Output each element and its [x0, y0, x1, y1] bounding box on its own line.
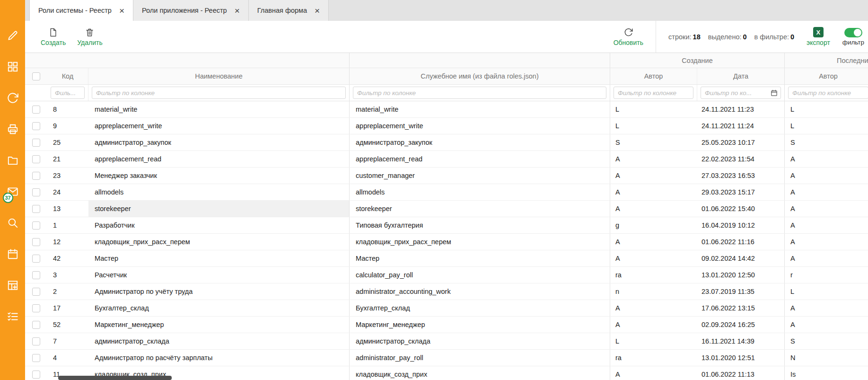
cell-created-date: 29.03.2023 15:17 [697, 184, 785, 200]
sync-icon[interactable] [7, 92, 19, 104]
modules-icon[interactable] [7, 61, 19, 73]
table-row[interactable]: 17 Бухгалтер_склад Бухгалтер_склад A 17.… [25, 300, 868, 317]
row-checkbox[interactable] [32, 337, 40, 345]
table-row[interactable]: 13 storekeeper storekeeper A 01.06.2022 … [25, 201, 868, 217]
table-row[interactable]: 1 Разработчик Типовая бухгалтерия g 16.0… [25, 217, 868, 234]
select-all-checkbox[interactable] [32, 72, 40, 80]
row-checkbox[interactable] [32, 354, 40, 362]
table-group-header: Создание Последние [25, 53, 868, 68]
tab-label: Роли приложения - Реестр [142, 7, 227, 14]
row-checkbox[interactable] [32, 304, 40, 312]
row-checkbox[interactable] [32, 155, 40, 163]
row-checkbox[interactable] [32, 106, 40, 114]
row-checkbox-cell [25, 350, 47, 366]
row-checkbox[interactable] [32, 205, 40, 213]
cell-created-date: 25.05.2023 10:17 [697, 134, 785, 150]
tab-main-form[interactable]: Главная форма × [249, 0, 329, 21]
cell-service-name: storekeeper [350, 201, 610, 217]
table-row[interactable]: 2 Администратор по учёту труда administr… [25, 283, 868, 300]
horizontal-scrollbar-thumb[interactable] [58, 376, 172, 380]
delete-button[interactable]: Удалить [77, 27, 102, 46]
refresh-button[interactable]: Обновить [614, 27, 643, 46]
cell-code: 13 [47, 201, 88, 217]
filter-input-created-date[interactable] [701, 87, 781, 99]
filter-toggle[interactable] [844, 28, 862, 37]
cell-service-name: Маркетинг_менеджер [350, 317, 610, 333]
table-row[interactable]: 7 администратор_склада администратор_скл… [25, 333, 868, 350]
filter-input-modified-author[interactable] [788, 87, 868, 99]
cell-service-name: calculator_pay_roll [350, 267, 610, 283]
tab-system-roles[interactable]: Роли системы - Реестр × [29, 0, 133, 21]
filter-input-name[interactable] [92, 87, 346, 99]
cell-service-name: appreplacement_read [350, 151, 610, 167]
row-checkbox[interactable] [32, 122, 40, 130]
row-checkbox[interactable] [32, 255, 40, 263]
table-row[interactable]: 9 appreplacement_write appreplacement_wr… [25, 118, 868, 134]
row-checkbox-cell [25, 118, 47, 134]
close-icon[interactable]: × [235, 6, 240, 15]
cell-modified-author: N [785, 350, 868, 366]
table-row[interactable]: 3 Расчетчик calculator_pay_roll ra 13.01… [25, 267, 868, 283]
table-row[interactable]: 4 Администратор по расчёту зарплаты admi… [25, 350, 868, 366]
table-row[interactable]: 42 Мастер Мастер A 09.02.2024 14:42 A [25, 250, 868, 267]
row-checkbox[interactable] [32, 188, 40, 196]
row-checkbox[interactable] [32, 288, 40, 296]
table-row[interactable]: 52 Маркетинг_менеджер Маркетинг_менеджер… [25, 317, 868, 333]
close-icon[interactable]: × [119, 6, 124, 15]
printer-icon[interactable] [7, 123, 19, 135]
table-row[interactable]: 8 material_write material_write L 24.11.… [25, 101, 868, 118]
tab-app-roles[interactable]: Роли приложения - Реестр × [133, 0, 249, 21]
table-plus-icon[interactable] [7, 279, 19, 292]
filter-input-code[interactable] [51, 87, 85, 99]
spacer [25, 85, 47, 101]
cell-created-author: A [610, 168, 697, 184]
row-checkbox[interactable] [32, 172, 40, 180]
row-checkbox-cell [25, 101, 47, 117]
row-checkbox[interactable] [32, 271, 40, 279]
column-header-modified-author[interactable]: Автор [785, 68, 868, 84]
cell-code: 24 [47, 184, 88, 200]
create-button[interactable]: Создать [41, 27, 66, 46]
cell-modified-author: L [785, 101, 868, 117]
table-row[interactable]: 12 кладовщик_прих_расх_перем кладовщик_п… [25, 234, 868, 250]
column-header-name[interactable]: Наименование [88, 68, 350, 84]
row-checkbox-cell [25, 134, 47, 150]
group-header-creation: Создание [610, 53, 785, 68]
filter-input-created-author[interactable] [614, 87, 693, 99]
cell-name: Расчетчик [88, 267, 350, 283]
export-button[interactable]: X экспорт [807, 27, 830, 46]
calendar-icon[interactable] [7, 248, 19, 260]
checklist-icon[interactable] [7, 310, 19, 323]
cell-service-name: администратор_закупок [350, 134, 610, 150]
row-checkbox-cell [25, 250, 47, 266]
refresh-icon [623, 27, 633, 37]
table-body: 8 material_write material_write L 24.11.… [25, 101, 868, 380]
mail-icon[interactable]: 37 [7, 186, 19, 198]
select-all-cell [25, 68, 47, 84]
pencil-icon[interactable] [7, 29, 19, 42]
column-header-created-author[interactable]: Автор [610, 68, 697, 84]
row-checkbox[interactable] [32, 238, 40, 246]
row-checkbox-cell [25, 184, 47, 200]
table-row[interactable]: 25 администратор_закупок администратор_з… [25, 134, 868, 151]
cell-created-date: 17.06.2022 13:15 [697, 300, 785, 316]
table-row[interactable]: 24 allmodels allmodels A 29.03.2023 15:1… [25, 184, 868, 201]
calendar-icon[interactable] [771, 89, 778, 97]
row-checkbox[interactable] [32, 371, 40, 379]
table-row[interactable]: 21 appreplacement_read appreplacement_re… [25, 151, 868, 168]
column-header-service-name[interactable]: Служебное имя (из файла roles.json) [350, 68, 610, 84]
close-icon[interactable]: × [315, 6, 320, 15]
filter-input-service-name[interactable] [353, 87, 606, 99]
row-checkbox[interactable] [32, 139, 40, 147]
table-column-header: Код Наименование Служебное имя (из файла… [25, 68, 868, 85]
cell-created-date: 13.01.2020 12:50 [697, 267, 785, 283]
column-header-created-date[interactable]: Дата [697, 68, 785, 84]
cell-created-author: A [610, 366, 697, 380]
row-checkbox-cell [25, 217, 47, 233]
folder-icon[interactable] [7, 154, 19, 167]
row-checkbox[interactable] [32, 221, 40, 230]
row-checkbox[interactable] [32, 321, 40, 329]
search-icon[interactable] [7, 217, 19, 229]
column-header-code[interactable]: Код [47, 68, 88, 84]
table-row[interactable]: 23 Менеджер заказчик customer_manager A … [25, 168, 868, 184]
